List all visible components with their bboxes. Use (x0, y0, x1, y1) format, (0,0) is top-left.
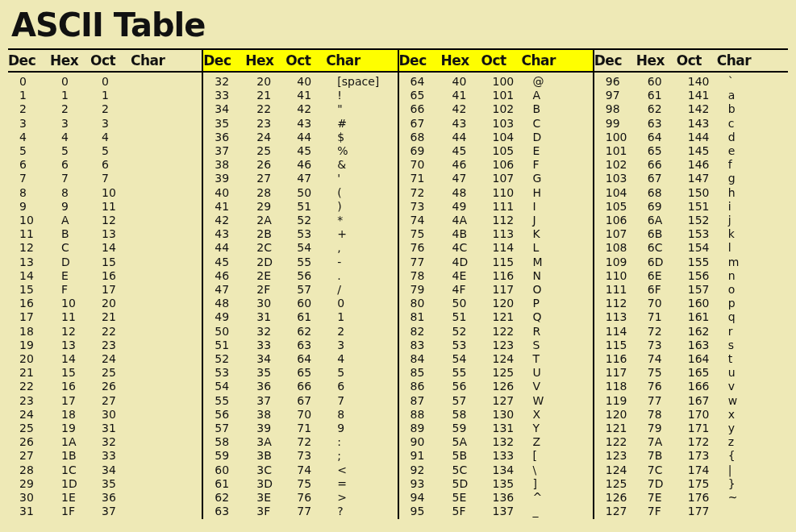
table-row: 432B53+ (203, 227, 397, 241)
cell-dec: 92 (399, 463, 452, 477)
cell-oct: 27 (102, 394, 142, 408)
cell-oct: 123 (493, 339, 533, 352)
cell-dec: 91 (399, 449, 452, 463)
cell-dec: 67 (399, 117, 452, 131)
cell-char: x (728, 408, 788, 422)
cell-oct: 126 (493, 380, 533, 393)
cell-char: % (337, 144, 397, 158)
cell-oct: 131 (493, 422, 533, 435)
cell-dec: 44 (203, 241, 256, 255)
cell-hex: 65 (648, 144, 688, 158)
cell-hex: 5C (452, 463, 493, 477)
cell-char: } (728, 477, 788, 491)
cell-char: 0 (337, 297, 397, 310)
cell-char: q (728, 310, 788, 324)
table-row: 764C114L (399, 241, 593, 255)
cell-char: 5 (337, 366, 397, 380)
cell-hex: 72 (648, 325, 688, 339)
cell-oct: 117 (493, 283, 533, 297)
cell-char: Y (533, 422, 593, 435)
cell-dec: 6 (8, 158, 61, 172)
cell-char: 6 (337, 380, 397, 393)
cell-char: e (728, 144, 788, 158)
table-row: 7046106F (399, 158, 593, 172)
cell-dec: 56 (203, 408, 256, 422)
cell-hex: 79 (648, 422, 688, 435)
cell-hex: 15 (61, 366, 102, 380)
cell-hex: 7D (648, 477, 688, 491)
table-row: 444 (8, 131, 202, 144)
column-header: DecHexOctChar (8, 50, 202, 73)
cell-hex: 2 (61, 102, 102, 116)
cell-dec: 97 (594, 89, 648, 102)
cell-hex: 1F (61, 505, 102, 518)
header-hex: Hex (636, 50, 677, 71)
cell-oct: 106 (493, 158, 533, 172)
table-row: 342242" (203, 102, 397, 116)
cell-hex: 8 (61, 186, 102, 200)
cell-hex: B (61, 227, 102, 241)
cell-hex: 6 (61, 158, 102, 172)
cell-hex: 57 (452, 394, 493, 408)
cell-dec: 87 (399, 394, 452, 408)
table-row: 11472162r (594, 325, 788, 339)
cell-oct: 60 (297, 297, 337, 310)
cell-hex: 6D (648, 256, 688, 269)
cell-char (142, 505, 202, 518)
cell-char: v (728, 380, 788, 393)
cell-char: | (728, 463, 788, 477)
cell-oct: 130 (493, 408, 533, 422)
cell-dec: 8 (8, 186, 61, 200)
cell-oct: 61 (297, 310, 337, 324)
cell-hex: 28 (256, 186, 297, 200)
table-row: 6844104D (399, 131, 593, 144)
cell-oct: 113 (493, 227, 533, 241)
table-row: 442C54, (203, 241, 397, 255)
cell-hex: 26 (256, 158, 297, 172)
table-row: 11573163s (594, 339, 788, 352)
table-row: 452D55- (203, 256, 397, 269)
cell-oct: 22 (102, 325, 142, 339)
cell-hex: 16 (61, 380, 102, 393)
cell-dec: 34 (203, 102, 256, 116)
cell-char: < (337, 463, 397, 477)
table-row: 1096D155m (594, 256, 788, 269)
cell-oct: 37 (102, 505, 142, 518)
cell-oct: 47 (297, 172, 337, 185)
cell-dec: 81 (399, 310, 452, 324)
cell-char: j (728, 214, 788, 227)
table-row: 11371161q (594, 310, 788, 324)
table-row: 10468150h (594, 186, 788, 200)
cell-char: { (728, 449, 788, 463)
cell-char: @ (533, 75, 593, 89)
cell-dec: 24 (8, 408, 61, 422)
cell-dec: 25 (8, 422, 61, 435)
cell-oct: 5 (102, 144, 142, 158)
cell-dec: 27 (8, 449, 61, 463)
cell-dec: 93 (399, 477, 452, 491)
table-row: 402850( (203, 186, 397, 200)
cell-oct: 32 (102, 435, 142, 449)
ascii-table: DecHexOctChar000111222333444555666777881… (8, 48, 788, 519)
cell-hex: 2F (256, 283, 297, 297)
cell-dec: 0 (8, 75, 61, 89)
cell-hex: 77 (648, 394, 688, 408)
cell-dec: 111 (594, 283, 648, 297)
cell-hex: 3C (256, 463, 297, 477)
cell-char (142, 200, 202, 214)
table-row: 623E76> (203, 491, 397, 505)
cell-dec: 115 (594, 339, 648, 352)
cell-hex: 55 (452, 366, 493, 380)
cell-oct: 122 (493, 325, 533, 339)
cell-dec: 20 (8, 352, 61, 366)
cell-dec: 75 (399, 227, 452, 241)
cell-hex: 75 (648, 366, 688, 380)
cell-char: h (728, 186, 788, 200)
table-row: 352343# (203, 117, 397, 131)
cell-dec: 125 (594, 477, 648, 491)
cell-dec: 52 (203, 352, 256, 366)
cell-oct: 176 (688, 491, 728, 505)
cell-oct: 105 (493, 144, 533, 158)
table-row: 784E116N (399, 269, 593, 283)
cell-char: a (728, 89, 788, 102)
